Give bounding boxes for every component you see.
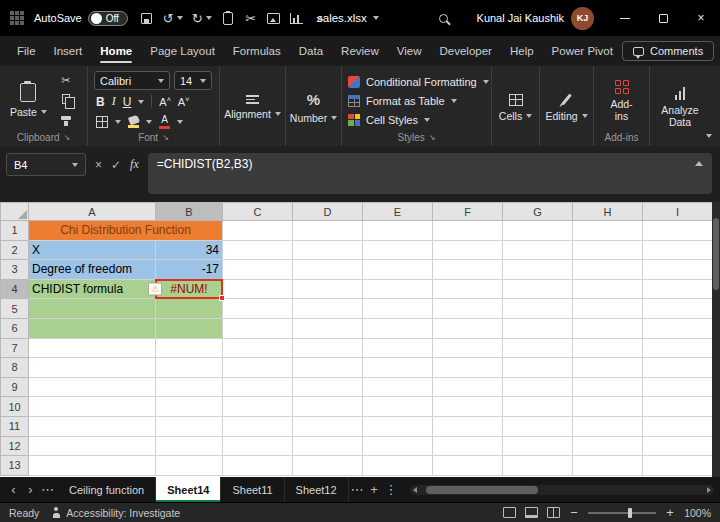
search-button[interactable] [432, 8, 454, 28]
cell-A12[interactable] [29, 436, 156, 456]
close-button[interactable]: × [682, 0, 720, 36]
page-break-view-button[interactable] [547, 507, 560, 518]
cell-D5[interactable] [293, 299, 363, 319]
cell-A11[interactable] [29, 416, 156, 436]
app-launcher-icon[interactable] [10, 11, 25, 26]
cell-B12[interactable] [156, 436, 223, 456]
column-header-A[interactable]: A [29, 203, 156, 221]
cell-E7[interactable] [363, 338, 433, 358]
cell-C5[interactable] [223, 299, 293, 319]
cell-H4[interactable] [573, 279, 643, 299]
cell-F4[interactable] [433, 279, 503, 299]
cell-F7[interactable] [433, 338, 503, 358]
cell-F5[interactable] [433, 299, 503, 319]
cell-A4[interactable]: CHIDIST formula⚠ [29, 279, 156, 299]
cell-D11[interactable] [293, 416, 363, 436]
cell-B9[interactable] [156, 377, 223, 397]
cell-I13[interactable] [643, 456, 713, 476]
row-header-6[interactable]: 6 [1, 318, 29, 338]
cell-C6[interactable] [223, 318, 293, 338]
column-header-C[interactable]: C [223, 203, 293, 221]
decrease-font-button[interactable]: A˅ [178, 96, 189, 108]
tab-file[interactable]: File [8, 36, 45, 66]
zoom-slider[interactable] [588, 512, 656, 514]
cell-F3[interactable] [433, 260, 503, 280]
cell-E8[interactable] [363, 358, 433, 378]
cell-F8[interactable] [433, 358, 503, 378]
new-sheet-button[interactable]: + [366, 477, 383, 502]
font-name-combo[interactable]: Calibri [94, 71, 170, 90]
cell-G1[interactable] [503, 221, 573, 241]
cell-B7[interactable] [156, 338, 223, 358]
column-header-E[interactable]: E [363, 203, 433, 221]
cell-H11[interactable] [573, 416, 643, 436]
font-size-combo[interactable]: 14 [174, 71, 212, 90]
cell-I3[interactable] [643, 260, 713, 280]
cell-C11[interactable] [223, 416, 293, 436]
cell-A10[interactable] [29, 397, 156, 417]
cell-G12[interactable] [503, 436, 573, 456]
cell-D4[interactable] [293, 279, 363, 299]
scroll-left-arrow-icon[interactable] [413, 487, 417, 493]
cell-E10[interactable] [363, 397, 433, 417]
accessibility-status[interactable]: Accessibility: Investigate [51, 507, 180, 519]
cell-A3[interactable]: Degree of freedom [29, 260, 156, 280]
cell-D3[interactable] [293, 260, 363, 280]
cell-F11[interactable] [433, 416, 503, 436]
cell-E13[interactable] [363, 456, 433, 476]
tab-page-layout[interactable]: Page Layout [141, 36, 224, 66]
cell-C10[interactable] [223, 397, 293, 417]
cell-G8[interactable] [503, 358, 573, 378]
tab-formulas[interactable]: Formulas [224, 36, 290, 66]
format-painter-button[interactable] [56, 110, 76, 126]
cell-A6[interactable] [29, 318, 156, 338]
sheet-tab-ceiling-function[interactable]: Ceiling function [58, 477, 156, 502]
tab-view[interactable]: View [388, 36, 431, 66]
cell-D12[interactable] [293, 436, 363, 456]
horizontal-scrollbar[interactable] [410, 485, 714, 495]
font-dialog-launcher[interactable]: ↘ [162, 133, 169, 142]
cell-D1[interactable] [293, 221, 363, 241]
clipboard-button[interactable] [217, 5, 239, 31]
column-header-H[interactable]: H [573, 203, 643, 221]
copy-button[interactable] [56, 91, 76, 107]
cell-I9[interactable] [643, 377, 713, 397]
cell-E2[interactable] [363, 240, 433, 260]
cell-I2[interactable] [643, 240, 713, 260]
cell-A9[interactable] [29, 377, 156, 397]
fill-handle[interactable] [219, 295, 225, 301]
cell-B3[interactable]: -17 [156, 260, 223, 280]
row-header-10[interactable]: 10 [1, 397, 29, 417]
error-options-button[interactable]: ⚠ [148, 283, 162, 296]
tab-power-pivot[interactable]: Power Pivot [543, 36, 622, 66]
cell-H5[interactable] [573, 299, 643, 319]
comments-button[interactable]: Comments [622, 41, 714, 61]
tab-data[interactable]: Data [290, 36, 332, 66]
row-header-5[interactable]: 5 [1, 299, 29, 319]
cell-E11[interactable] [363, 416, 433, 436]
cell-C2[interactable] [223, 240, 293, 260]
analyze-data-button[interactable]: Analyze Data [656, 71, 704, 144]
name-box[interactable]: B4 [6, 153, 86, 176]
styles-dialog-launcher[interactable]: ↘ [429, 133, 436, 142]
cell-E6[interactable] [363, 318, 433, 338]
column-header-G[interactable]: G [503, 203, 573, 221]
row-header-7[interactable]: 7 [1, 338, 29, 358]
sheet-tab-sheet14[interactable]: Sheet14 [156, 477, 221, 502]
clipboard-dialog-launcher[interactable]: ↘ [64, 133, 71, 142]
cell-E9[interactable] [363, 377, 433, 397]
sheet-nav-right-button[interactable]: › [22, 477, 39, 502]
cell-F10[interactable] [433, 397, 503, 417]
select-all-button[interactable] [1, 203, 29, 221]
cell-I10[interactable] [643, 397, 713, 417]
cell-A1[interactable]: Chi Distribution Function [29, 221, 223, 241]
cell-C4[interactable] [223, 279, 293, 299]
row-header-12[interactable]: 12 [1, 436, 29, 456]
tab-help[interactable]: Help [501, 36, 543, 66]
cell-F1[interactable] [433, 221, 503, 241]
zoom-in-button[interactable]: + [665, 505, 675, 520]
cell-G10[interactable] [503, 397, 573, 417]
undo-button[interactable]: ↺ [159, 5, 187, 31]
cell-I4[interactable] [643, 279, 713, 299]
cell-G13[interactable] [503, 456, 573, 476]
